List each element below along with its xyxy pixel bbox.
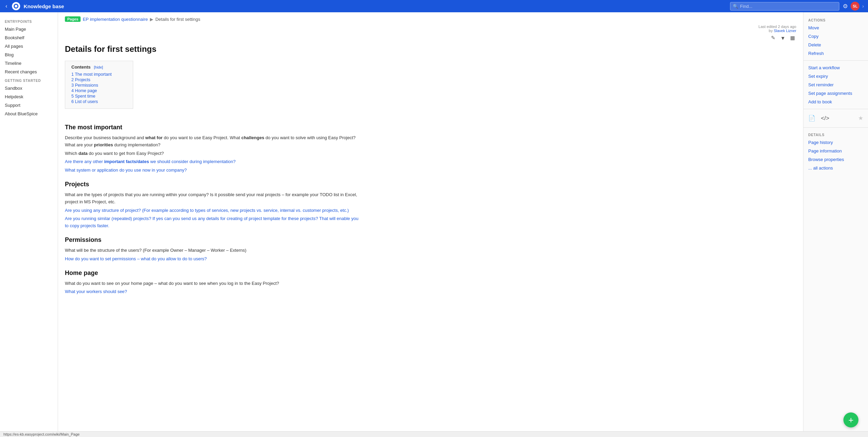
sidebar-item-about-bluespice[interactable]: About BlueSpice	[0, 110, 58, 118]
toc-link-2[interactable]: 2 Projects	[71, 77, 90, 82]
settings-icon[interactable]: ⚙	[843, 3, 848, 10]
share-icon[interactable]: </>	[821, 115, 829, 122]
details-label: DETAILS	[803, 130, 868, 138]
section-1-para-4: What system or application do you use no…	[65, 167, 359, 174]
action-add-to-book[interactable]: Add to book	[803, 98, 868, 106]
action-delete[interactable]: Delete	[803, 41, 868, 49]
copy-link-icon[interactable]: ▦	[789, 34, 796, 42]
nav-search-input[interactable]	[730, 2, 839, 11]
breadcrumb-parent-link[interactable]: EP implementation questionnaire	[83, 17, 148, 22]
toc-box: Contents [hide] 1 The most important 2 P…	[65, 61, 133, 109]
dropdown-icon[interactable]: ▼	[779, 34, 787, 42]
breadcrumb-separator: ▶	[150, 17, 153, 22]
status-url: https://es-kb.easyproject.com/wiki/Main_…	[3, 432, 80, 436]
right-panel: ACTIONS Move Copy Delete Refresh Start a…	[803, 12, 868, 437]
page-meta-author[interactable]: Slavek Lizner	[774, 29, 796, 33]
breadcrumb: Pages EP implementation questionnaire ▶ …	[58, 12, 803, 22]
toc-item-5: 5 Spent time	[71, 93, 127, 99]
sidebar-entrypoints-label: ENTRYPOINTS	[0, 17, 58, 25]
detail-all-actions[interactable]: ... all actions	[803, 164, 868, 172]
page-body: Contents [hide] 1 The most important 2 P…	[58, 61, 365, 310]
section-2-para-1: What are the types of projects that you …	[65, 191, 359, 206]
layout: ENTRYPOINTS Main Page Bookshelf All page…	[0, 12, 868, 437]
page-action-icons: ✎ ▼ ▦	[758, 34, 796, 42]
sidebar-item-main-page[interactable]: Main Page	[0, 25, 58, 33]
section-3-para-2: How do you want to set permissions – wha…	[65, 256, 359, 263]
pages-badge[interactable]: Pages	[65, 16, 81, 22]
nav-title: Knowledge base	[24, 3, 727, 9]
search-wrapper: 🔍	[730, 2, 839, 11]
sidebar-item-support[interactable]: Support	[0, 101, 58, 110]
sidebar: ENTRYPOINTS Main Page Bookshelf All page…	[0, 12, 58, 437]
sidebar-item-blog[interactable]: Blog	[0, 50, 58, 59]
page-title: Details for first settings	[58, 42, 803, 61]
rp-divider-3	[803, 127, 868, 128]
toc-link-6[interactable]: 6 List of users	[71, 99, 98, 104]
section-1-para-1: Describe your business background and wh…	[65, 134, 359, 149]
top-nav: ‹ Knowledge base 🔍 ⚙ SL ›	[0, 0, 868, 12]
nav-chevron-icon[interactable]: ›	[862, 3, 864, 9]
section-1-para-3: Are there any other important facts/date…	[65, 158, 359, 165]
toc-link-5[interactable]: 5 Spent time	[71, 94, 95, 99]
toc-link-4[interactable]: 4 Home page	[71, 88, 97, 93]
section-heading-1: The most important	[65, 124, 359, 131]
action-copy[interactable]: Copy	[803, 32, 868, 41]
toc-link-3[interactable]: 3 Permissions	[71, 83, 98, 88]
sidebar-item-all-pages[interactable]: All pages	[0, 42, 58, 50]
detail-page-history[interactable]: Page history	[803, 138, 868, 147]
page-meta-edited: Last edited 2 days ago by Slavek Lizner	[758, 25, 796, 33]
section-2-para-2: Are you using any structure of project? …	[65, 207, 359, 214]
page-header-area: Last edited 2 days ago by Slavek Lizner …	[58, 22, 803, 42]
toc-item-6: 6 List of users	[71, 99, 127, 104]
sidebar-item-bookshelf[interactable]: Bookshelf	[0, 33, 58, 42]
section-1-para-2: Which data do you want to get from Easy …	[65, 150, 359, 157]
action-set-page-assignments[interactable]: Set page assignments	[803, 89, 868, 98]
page-meta-section: Last edited 2 days ago by Slavek Lizner …	[758, 25, 796, 42]
toc-item-1: 1 The most important	[71, 72, 127, 77]
toc-hide-button[interactable]: [hide]	[94, 65, 103, 69]
section-heading-4: Home page	[65, 270, 359, 277]
status-bar: https://es-kb.easyproject.com/wiki/Main_…	[0, 431, 868, 437]
rp-divider-2	[803, 109, 868, 109]
toc-list: 1 The most important 2 Projects 3 Permis…	[71, 72, 127, 104]
action-set-reminder[interactable]: Set reminder	[803, 81, 868, 89]
fab-add-button[interactable]: +	[843, 412, 858, 427]
sidebar-item-sandbox[interactable]: Sandbox	[0, 84, 58, 92]
nav-back-button[interactable]: ‹	[4, 3, 9, 9]
action-move[interactable]: Move	[803, 24, 868, 32]
breadcrumb-current: Details for first settings	[155, 17, 200, 22]
user-avatar[interactable]: SL	[851, 2, 859, 11]
page-meta-by: by	[769, 29, 773, 33]
toc-item-4: 4 Home page	[71, 88, 127, 93]
toc-link-1[interactable]: 1 The most important	[71, 72, 112, 77]
rp-icons-row: 📄 </> ★	[803, 112, 868, 125]
section-heading-2: Projects	[65, 181, 359, 188]
edit-icon[interactable]: ✎	[770, 34, 777, 42]
sidebar-item-timeline[interactable]: Timeline	[0, 59, 58, 68]
search-icon: 🔍	[733, 4, 738, 9]
toc-title: Contents [hide]	[71, 64, 127, 70]
action-start-workflow[interactable]: Start a workflow	[803, 63, 868, 72]
detail-browse-properties[interactable]: Browse properties	[803, 155, 868, 164]
toc-item-2: 2 Projects	[71, 77, 127, 83]
internal-link[interactable]: internal vs. customer projects	[280, 208, 338, 213]
actions-label: ACTIONS	[803, 16, 868, 24]
section-2-para-3: Are you running similar (repeated) proje…	[65, 215, 359, 230]
action-refresh[interactable]: Refresh	[803, 49, 868, 58]
nav-logo	[12, 2, 20, 10]
star-icon[interactable]: ★	[858, 115, 863, 122]
toc-item-3: 3 Permissions	[71, 83, 127, 88]
page-icon[interactable]: 📄	[808, 115, 815, 122]
section-4-para-2: What your workers should see?	[65, 288, 359, 295]
sidebar-item-helpdesk[interactable]: Helpdesk	[0, 92, 58, 101]
action-set-expiry[interactable]: Set expiry	[803, 72, 868, 81]
section-heading-3: Permissions	[65, 236, 359, 244]
nav-right-icons: ⚙ SL ›	[843, 2, 864, 11]
sidebar-item-recent-changes[interactable]: Recent changes	[0, 68, 58, 76]
sidebar-getting-started-label: GETTING STARTED	[0, 76, 58, 84]
main-content: Pages EP implementation questionnaire ▶ …	[58, 12, 803, 437]
nav-logo-inner	[14, 4, 18, 9]
page-meta-edited-text: Last edited 2 days ago	[758, 25, 796, 29]
section-4-para-1: What do you want to see on your home pag…	[65, 280, 359, 287]
detail-page-information[interactable]: Page information	[803, 147, 868, 155]
